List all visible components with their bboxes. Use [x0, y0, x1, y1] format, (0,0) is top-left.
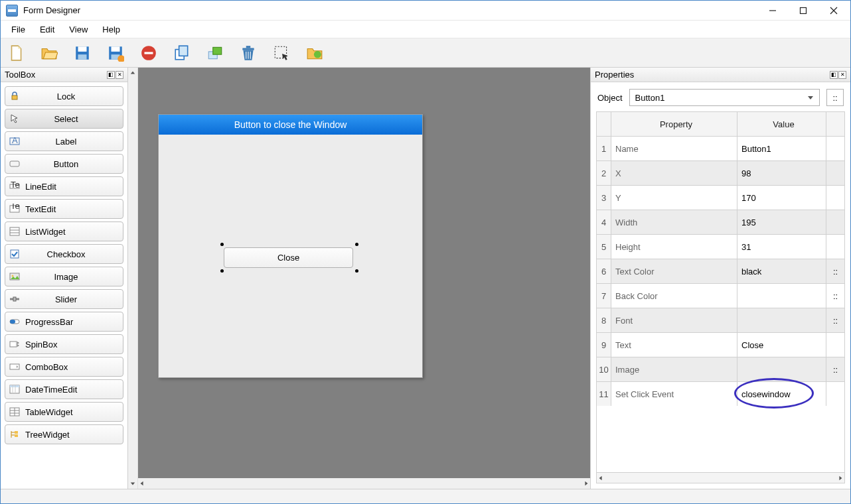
toolbox-item-label: TextEdit	[24, 204, 123, 214]
property-row-name[interactable]: 1NameButton1	[597, 136, 844, 160]
row-number: 1	[597, 137, 611, 160]
property-row-text[interactable]: 9TextClose	[597, 332, 844, 357]
toolbox-item-button[interactable]: Button	[5, 154, 123, 174]
save-icon[interactable]	[72, 43, 92, 63]
resize-handle-se[interactable]	[355, 269, 358, 273]
toolbox-item-progressbar[interactable]: ProgressBar	[5, 312, 123, 332]
open-folder-icon[interactable]	[39, 43, 59, 63]
property-row-set-click-event[interactable]: 11Set Click Eventclosewindow	[597, 381, 844, 406]
svg-rect-12	[145, 52, 153, 54]
toolbox-item-label: Button	[24, 159, 123, 169]
toolbox-item-combobox[interactable]: ComboBox	[5, 357, 123, 377]
svg-rect-45	[10, 385, 19, 387]
property-value[interactable]: closewindow	[737, 382, 826, 406]
image-icon	[5, 271, 24, 282]
property-value[interactable]	[737, 357, 826, 381]
property-value[interactable]: 31	[737, 235, 826, 259]
object-selected: Button1	[635, 93, 665, 103]
property-value[interactable]	[737, 284, 826, 308]
toolbox-item-slider[interactable]: Slider	[5, 289, 123, 309]
property-more-button	[826, 382, 844, 406]
save-as-icon[interactable]	[106, 43, 125, 63]
properties-float-button[interactable]: ◧	[830, 71, 838, 79]
menu-file[interactable]: File	[5, 22, 32, 37]
property-value[interactable]	[737, 308, 826, 332]
stop-icon[interactable]	[139, 43, 159, 63]
resize-handle-sw[interactable]	[220, 269, 224, 273]
maximize-button[interactable]	[788, 1, 818, 20]
center-vertical-scrollbar[interactable]	[128, 68, 138, 489]
toolbox-item-label: TreeWidget	[24, 430, 123, 440]
checkbox-icon	[5, 249, 24, 259]
grid-horizontal-scrollbar[interactable]	[596, 473, 845, 483]
menu-view[interactable]: View	[62, 22, 94, 37]
property-value[interactable]: black	[737, 259, 826, 283]
row-number: 3	[597, 186, 611, 210]
center-horizontal-scrollbar[interactable]	[138, 478, 590, 489]
datetimeedit-icon	[5, 384, 24, 395]
menu-edit[interactable]: Edit	[33, 22, 61, 37]
object-select[interactable]: Button1	[629, 89, 820, 106]
property-more-button[interactable]: ::	[826, 308, 844, 332]
toolbox-float-button[interactable]: ◧	[107, 71, 115, 79]
design-window[interactable]: Button to close the Window Close	[158, 114, 423, 378]
slider-icon	[5, 294, 24, 304]
properties-close-button[interactable]: ✕	[838, 71, 846, 79]
app-icon	[6, 5, 18, 17]
property-name: Y	[611, 186, 737, 210]
toolbox-item-checkbox[interactable]: Checkbox	[5, 244, 123, 264]
toolbox-item-label: Image	[24, 272, 123, 282]
property-more-button[interactable]: ::	[826, 357, 844, 381]
property-row-x[interactable]: 2X98	[597, 160, 844, 185]
toolbox-item-spinbox[interactable]: SpinBox	[5, 334, 123, 354]
bring-front-icon[interactable]	[205, 43, 225, 63]
source-icon[interactable]	[305, 43, 325, 63]
property-row-height[interactable]: 5Height31	[597, 234, 844, 259]
property-value[interactable]: Button1	[737, 137, 826, 160]
close-button[interactable]	[818, 1, 849, 20]
design-window-body[interactable]: Close	[159, 135, 422, 377]
property-value[interactable]: 170	[737, 186, 826, 210]
property-value[interactable]: Close	[737, 333, 826, 357]
toolbox-item-lineedit[interactable]: TextLineEdit	[5, 176, 123, 196]
property-more-button[interactable]: ::	[826, 284, 844, 308]
toolbox-close-button[interactable]: ✕	[116, 71, 123, 79]
property-more-button[interactable]: ::	[826, 259, 844, 283]
toolbox-item-datetimeedit[interactable]: DateTimeEdit	[5, 379, 123, 399]
window-title: Form Designer	[22, 5, 757, 15]
resize-handle-ne[interactable]	[355, 243, 358, 246]
toolbox-item-lock[interactable]: Lock	[5, 86, 123, 106]
new-file-icon[interactable]	[6, 43, 26, 63]
property-value[interactable]: 195	[737, 210, 826, 234]
delete-icon[interactable]	[238, 43, 258, 63]
toolbox-item-image[interactable]: Image	[5, 267, 123, 286]
toolbox-item-textedit[interactable]: TextTextEdit	[5, 199, 123, 219]
design-canvas[interactable]: Button to close the Window Close	[138, 68, 590, 478]
toolbox-item-listwidget[interactable]: ListWidget	[5, 221, 123, 241]
design-close-button[interactable]: Close	[224, 247, 353, 268]
window-controls	[757, 1, 849, 20]
toolbox-item-select[interactable]: Select	[5, 109, 123, 129]
toolbox-item-tablewidget[interactable]: TableWidget	[5, 402, 123, 422]
row-number: 9	[597, 333, 611, 357]
svg-rect-27	[10, 161, 19, 166]
duplicate-icon[interactable]	[172, 43, 192, 63]
property-row-back-color[interactable]: 7Back Color::	[597, 283, 844, 308]
menu-help[interactable]: Help	[96, 22, 127, 37]
minimize-button[interactable]	[757, 1, 788, 20]
property-more-button	[826, 210, 844, 234]
object-more-button[interactable]: ::	[826, 89, 844, 106]
toolbox-item-treewidget[interactable]: TreeWidget	[5, 424, 123, 444]
toolbox-item-label[interactable]: ALabel	[5, 131, 123, 151]
property-row-y[interactable]: 3Y170	[597, 185, 844, 210]
resize-handle-nw[interactable]	[220, 243, 224, 246]
row-number: 4	[597, 210, 611, 234]
property-row-text-color[interactable]: 6Text Colorblack::	[597, 259, 844, 283]
toolbox-item-label: Label	[24, 137, 123, 147]
property-row-image[interactable]: 10Image::	[597, 357, 844, 381]
property-row-width[interactable]: 4Width195	[597, 210, 844, 234]
property-value[interactable]: 98	[737, 161, 826, 185]
properties-title: Properties	[595, 70, 634, 80]
select-all-icon[interactable]	[271, 43, 291, 63]
property-row-font[interactable]: 8Font::	[597, 308, 844, 332]
